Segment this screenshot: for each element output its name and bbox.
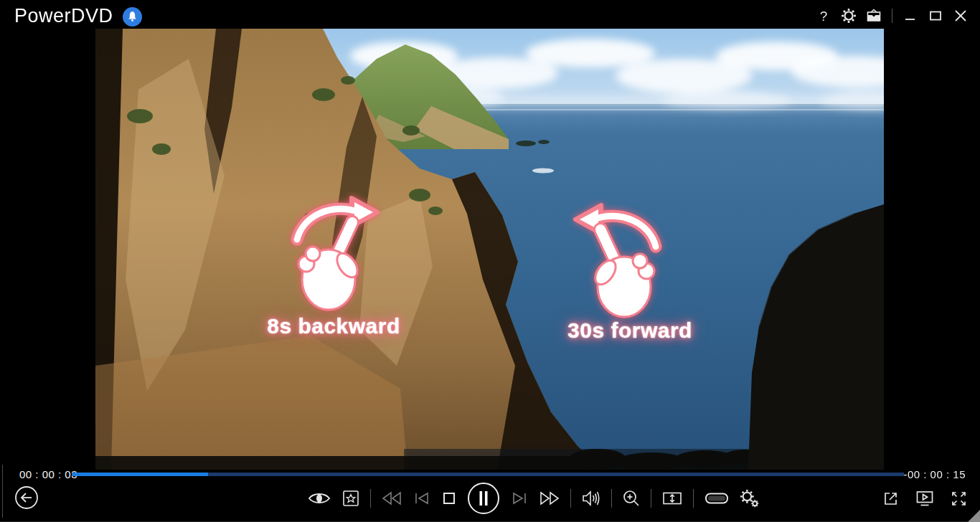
next-button[interactable]: [510, 490, 529, 507]
bell-icon: [127, 11, 138, 22]
playback-controls: [307, 483, 760, 513]
settings-button[interactable]: [839, 6, 858, 25]
previous-icon: [413, 490, 431, 507]
help-button[interactable]: ?: [814, 6, 833, 25]
back-button[interactable]: [14, 485, 39, 510]
controls-separator: [370, 489, 371, 508]
vr-mode-button[interactable]: [704, 490, 730, 507]
tv-mode-button[interactable]: [864, 6, 883, 25]
bookmark-button[interactable]: [341, 489, 360, 508]
video-scene: [95, 29, 884, 470]
controls-separator: [651, 489, 651, 508]
gear-icon: [841, 8, 857, 24]
controls-separator: [570, 489, 571, 508]
titlebar: PowerDVD ?: [0, 0, 980, 32]
left-edge-line: [2, 465, 3, 518]
play-to-device-button[interactable]: [915, 489, 935, 508]
back-arrow-icon: [14, 485, 39, 510]
rewind-icon: [381, 490, 402, 507]
player-settings-button[interactable]: [740, 489, 760, 508]
pause-button[interactable]: [467, 482, 500, 515]
titlebar-separator: [892, 9, 892, 23]
remaining-time: -00 : 00 : 15: [903, 468, 966, 480]
rewind-button[interactable]: [381, 490, 402, 507]
truetheater-button[interactable]: [307, 490, 331, 507]
magnifier-plus-icon: [622, 489, 641, 508]
close-icon: [953, 8, 969, 24]
zoom-button[interactable]: [622, 489, 641, 508]
seek-bar[interactable]: [72, 473, 904, 476]
aspect-ratio-button[interactable]: [661, 490, 683, 507]
previous-button[interactable]: [413, 490, 431, 507]
resize-grip[interactable]: [968, 510, 980, 522]
gears-icon: [740, 489, 760, 508]
seek-progress: [72, 473, 208, 476]
monitor-play-icon: [915, 489, 935, 508]
aspect-ratio-icon: [661, 490, 683, 507]
next-icon: [510, 490, 529, 507]
close-button[interactable]: [951, 6, 970, 25]
stop-button[interactable]: [441, 490, 457, 506]
volume-button[interactable]: [581, 489, 601, 508]
maximize-button[interactable]: [926, 6, 945, 25]
help-icon: ?: [820, 9, 828, 23]
titlebar-buttons: ?: [814, 0, 970, 32]
fullscreen-icon: [949, 489, 969, 508]
video-display[interactable]: [95, 29, 884, 470]
eye-icon: [307, 490, 331, 507]
forward-hint-label: 30s forward: [567, 318, 692, 343]
fullscreen-button[interactable]: [949, 489, 969, 508]
pop-out-icon: [882, 489, 900, 508]
window-mode-controls: [882, 485, 969, 512]
notification-bell-button[interactable]: [123, 7, 142, 27]
pop-out-button[interactable]: [882, 489, 900, 508]
stop-icon: [441, 490, 457, 506]
maximize-icon: [928, 8, 943, 24]
minimize-icon: [903, 8, 918, 24]
vr-goggles-icon: [704, 490, 730, 507]
backward-hint-label: 8s backward: [267, 314, 400, 338]
tv-mode-icon: [865, 7, 882, 24]
fast-forward-button[interactable]: [539, 490, 560, 507]
elapsed-time: 00 : 00 : 03: [19, 468, 77, 480]
star-box-icon: [341, 489, 360, 508]
fast-forward-icon: [539, 490, 560, 507]
pause-icon: [467, 482, 500, 515]
minimize-button[interactable]: [901, 6, 920, 25]
controls-separator: [611, 489, 612, 508]
speaker-icon: [581, 489, 601, 508]
controls-separator: [693, 489, 694, 508]
app-title: PowerDVD: [14, 5, 113, 27]
